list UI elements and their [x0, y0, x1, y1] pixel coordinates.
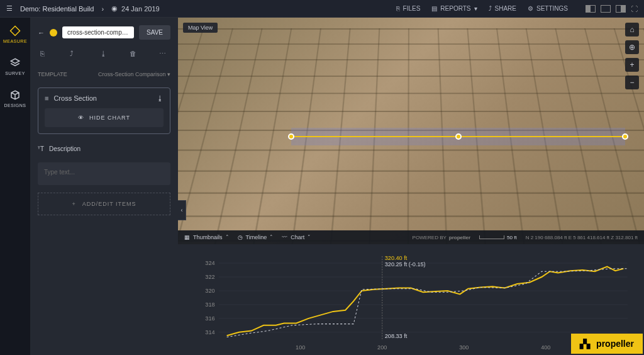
timeline-toggle[interactable]: ◷ Timeline ˄: [238, 234, 274, 240]
date-label: 24 Jan 2019: [121, 5, 160, 13]
svg-text:400: 400: [541, 344, 550, 351]
svg-text:320.40 ft: 320.40 ft: [385, 255, 408, 261]
cs-handle-start[interactable]: [288, 133, 294, 140]
reports-label: REPORTS: [440, 5, 470, 12]
reports-button[interactable]: ▤ REPORTS ▾: [431, 5, 477, 12]
powered-brand: propeller: [449, 235, 470, 240]
thumbnails-label: Thumbnails: [193, 234, 223, 240]
plus-icon: +: [72, 201, 75, 207]
svg-text:324: 324: [205, 260, 214, 266]
description-input[interactable]: Type text...: [38, 162, 170, 185]
svg-text:316: 316: [205, 315, 214, 322]
globe-icon: ◉: [111, 4, 118, 13]
trash-icon[interactable]: 🗑: [130, 50, 138, 59]
chevron-up-icon: ˄: [226, 234, 229, 240]
project-name[interactable]: Demo: Residential Build: [20, 5, 94, 13]
compass-icon[interactable]: ⊕: [625, 40, 639, 54]
propeller-brand: propeller: [596, 339, 634, 349]
cs-handle-end[interactable]: [622, 133, 628, 140]
nav-measure[interactable]: MEASURE: [3, 25, 27, 43]
share-icon: ⤴: [489, 5, 492, 12]
svg-text:314: 314: [205, 329, 214, 335]
fullscreen-icon[interactable]: ⛶: [631, 5, 638, 13]
nav-measure-label: MEASURE: [3, 39, 27, 43]
svg-text:320.25 ft (-0.15): 320.25 ft (-0.15): [385, 261, 426, 268]
scale-label: 50 ft: [507, 235, 517, 240]
save-button[interactable]: SAVE: [139, 25, 170, 40]
download-icon[interactable]: ⭳: [100, 50, 109, 59]
sidebar: ← cross-section-compa... SAVE ⎘ ⤴ ⭳ 🗑 ⋯ …: [30, 18, 178, 355]
more-icon[interactable]: ⋯: [159, 50, 168, 59]
bottom-toolbar: ▦ Thumbnails ˄ ◷ Timeline ˄ 〰 Chart ˅ PO…: [178, 230, 644, 244]
drag-handle-icon[interactable]: ≡: [45, 94, 48, 102]
map-controls: ⌂ ⊕ + −: [625, 23, 639, 89]
map-3d-view[interactable]: Map View ⌂ ⊕ + − ‹: [178, 18, 644, 244]
svg-text:208.33 ft: 208.33 ft: [385, 333, 408, 339]
date-chip[interactable]: ◉ 24 Jan 2019: [111, 4, 160, 13]
layout-left-icon[interactable]: [586, 5, 596, 13]
cross-section-overlay[interactable]: [291, 128, 625, 145]
clock-icon: ◷: [238, 234, 243, 240]
nav-survey-label: SURVEY: [5, 71, 25, 76]
svg-text:300: 300: [459, 344, 469, 351]
nav-designs-label: DESIGNS: [4, 103, 26, 108]
left-nav: MEASURE SURVEY DESIGNS: [0, 18, 30, 355]
collapse-sidebar-icon[interactable]: ‹: [178, 200, 186, 220]
measurement-name-input[interactable]: cross-section-compa...: [62, 26, 134, 38]
menu-icon[interactable]: ☰: [6, 4, 13, 13]
layers-icon: [9, 57, 21, 69]
section-title: Cross Section: [53, 94, 152, 102]
cross-section-chart[interactable]: 314316318320322324100200300400500320.40 …: [188, 251, 634, 354]
svg-text:318: 318: [205, 301, 214, 308]
scale-bar: [479, 235, 504, 239]
download-section-icon[interactable]: ⭳: [157, 94, 164, 102]
zoom-in-icon[interactable]: +: [625, 58, 639, 72]
svg-text:322: 322: [205, 274, 214, 280]
eye-off-icon: 👁: [78, 115, 84, 121]
description-label: Description: [49, 145, 80, 152]
propeller-logo: ▞▖ propeller: [571, 334, 643, 354]
hide-chart-button[interactable]: 👁 HIDE CHART: [45, 108, 164, 127]
chevron-down-icon: ▾: [474, 5, 477, 12]
svg-text:100: 100: [296, 344, 305, 351]
chart-toggle[interactable]: 〰 Chart ˅: [282, 234, 311, 240]
files-label: FILES: [403, 5, 421, 12]
svg-text:200: 200: [377, 344, 387, 351]
template-value: Cross-Section Comparison: [98, 71, 166, 77]
template-dropdown[interactable]: Cross-Section Comparison ▾: [98, 71, 170, 77]
propeller-logomark: ▞▖: [580, 339, 594, 349]
measurement-color-dot[interactable]: [50, 29, 57, 37]
layout-split-icon[interactable]: [601, 5, 611, 13]
share-icon[interactable]: ⤴: [70, 50, 79, 59]
powered-by: POWERED BY propeller: [413, 235, 470, 240]
chevron-up-icon: ˄: [270, 234, 273, 240]
back-icon[interactable]: ←: [38, 29, 45, 37]
grid-icon: ▦: [184, 234, 190, 240]
thumbnails-toggle[interactable]: ▦ Thumbnails ˄: [184, 234, 229, 240]
layout-right-icon[interactable]: [616, 5, 626, 13]
home-icon[interactable]: ⌂: [625, 23, 639, 37]
settings-label: SETTINGS: [536, 5, 568, 12]
share-button[interactable]: ⤴ SHARE: [489, 5, 516, 12]
chart-panel: 314316318320322324100200300400500320.40 …: [178, 244, 644, 355]
coordinates: N 2 190 688.084 ft E 5 861 418.614 ft Z …: [526, 235, 638, 240]
nav-survey[interactable]: SURVEY: [5, 57, 25, 76]
files-button[interactable]: ⎘ FILES: [396, 5, 421, 12]
svg-text:320: 320: [205, 288, 214, 294]
copy-icon[interactable]: ⎘: [40, 50, 49, 59]
share-label: SHARE: [495, 5, 516, 12]
hide-chart-label: HIDE CHART: [89, 115, 130, 121]
gear-icon: ⚙: [528, 5, 533, 12]
settings-button[interactable]: ⚙ SETTINGS: [528, 5, 568, 12]
layout-switcher: ⛶: [586, 5, 638, 13]
powered-by-label: POWERED BY: [413, 235, 447, 240]
timeline-label: Timeline: [246, 234, 267, 240]
add-edit-button[interactable]: + ADD/EDIT ITEMS: [38, 193, 170, 215]
zoom-out-icon[interactable]: −: [625, 76, 639, 89]
diamond-icon: [9, 25, 21, 37]
text-icon: ᵀT: [38, 145, 44, 152]
map-view-chip[interactable]: Map View: [183, 23, 218, 33]
cs-handle-mid[interactable]: [455, 133, 462, 140]
chevron-right-icon[interactable]: ›: [101, 5, 104, 13]
nav-designs[interactable]: DESIGNS: [4, 89, 26, 108]
